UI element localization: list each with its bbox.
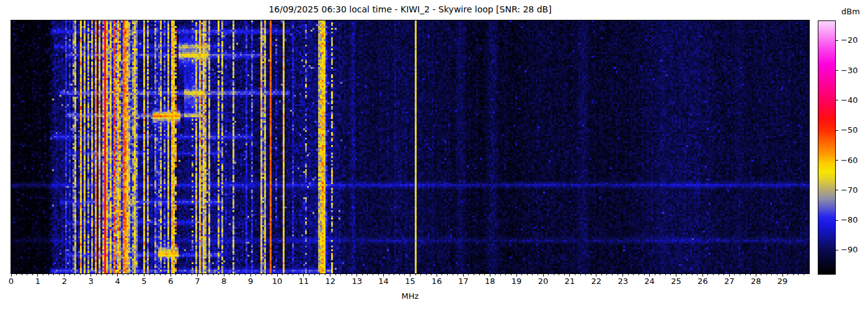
x-tick-label: 2 <box>54 277 75 286</box>
x-minor-tick-mark <box>713 274 714 275</box>
x-minor-tick-mark <box>340 274 341 275</box>
x-minor-tick-mark <box>453 274 453 275</box>
x-minor-tick-mark <box>234 274 235 275</box>
x-minor-tick-mark <box>367 274 368 275</box>
x-tick-label: 6 <box>160 277 181 286</box>
x-minor-tick-mark <box>149 274 150 275</box>
colorbar-tick-mark <box>836 160 838 161</box>
x-minor-tick-mark <box>420 274 421 275</box>
spectrogram-figure: 16/09/2025 06:30 local time - KIWI_2 - S… <box>0 0 868 310</box>
x-minor-tick-mark <box>229 274 229 275</box>
x-minor-tick-mark <box>585 274 586 275</box>
x-minor-tick-mark <box>474 274 474 275</box>
x-minor-tick-mark <box>468 274 469 275</box>
x-minor-tick-mark <box>750 274 751 275</box>
x-minor-tick-mark <box>175 274 176 275</box>
x-minor-tick-mark <box>96 274 97 275</box>
spectrogram-heatmap <box>11 20 809 273</box>
x-tick-label: 29 <box>772 277 793 286</box>
x-minor-tick-mark <box>165 274 166 275</box>
x-minor-tick-mark <box>160 274 161 275</box>
colorbar-tick-mark <box>836 100 838 100</box>
x-minor-tick-mark <box>697 274 698 275</box>
x-minor-tick-mark <box>644 274 645 275</box>
x-minor-tick-mark <box>181 274 182 275</box>
x-minor-tick-mark <box>804 274 804 275</box>
colorbar-tick-label: −90 <box>841 245 857 255</box>
x-minor-tick-mark <box>208 274 208 275</box>
x-tick-label: 24 <box>639 277 660 286</box>
x-minor-tick-mark <box>618 274 618 275</box>
x-minor-tick-mark <box>500 274 501 275</box>
colorbar-tick-label: −50 <box>841 125 857 135</box>
x-minor-tick-mark <box>74 274 75 275</box>
x-minor-tick-mark <box>580 274 581 275</box>
colorbar-tick-label: −30 <box>841 66 857 76</box>
x-minor-tick-mark <box>272 274 272 275</box>
x-tick-label: 14 <box>373 277 394 286</box>
x-tick-label: 9 <box>240 277 261 286</box>
colorbar-tick-mark <box>836 190 838 190</box>
x-minor-tick-mark <box>633 274 634 275</box>
x-minor-tick-mark <box>734 274 735 275</box>
x-tick-label: 22 <box>586 277 607 286</box>
x-minor-tick-mark <box>187 274 187 275</box>
x-minor-tick-mark <box>107 274 107 275</box>
x-minor-tick-mark <box>404 274 405 275</box>
x-minor-tick-mark <box>707 274 708 275</box>
colorbar <box>818 20 836 275</box>
x-minor-tick-mark <box>298 274 299 275</box>
x-minor-tick-mark <box>479 274 480 275</box>
x-minor-tick-mark <box>128 274 128 275</box>
x-minor-tick-mark <box>352 274 352 275</box>
x-minor-tick-mark <box>591 274 591 275</box>
x-tick-label: 3 <box>81 277 102 286</box>
x-minor-tick-mark <box>628 274 629 275</box>
x-minor-tick-mark <box>362 274 363 275</box>
x-minor-tick-mark <box>745 274 746 275</box>
x-minor-tick-mark <box>266 274 267 275</box>
x-minor-tick-mark <box>484 274 485 275</box>
x-minor-tick-mark <box>394 274 394 275</box>
x-minor-tick-mark <box>601 274 602 275</box>
x-minor-tick-mark <box>80 274 81 275</box>
x-minor-tick-mark <box>665 274 666 275</box>
x-minor-tick-mark <box>32 274 33 275</box>
colorbar-tick-mark <box>836 40 838 41</box>
plot-area <box>11 20 810 274</box>
x-tick-label: 25 <box>666 277 687 286</box>
x-minor-tick-mark <box>787 274 788 275</box>
x-minor-tick-mark <box>239 274 240 275</box>
x-minor-tick-mark <box>511 274 512 275</box>
x-minor-tick-mark <box>22 274 22 275</box>
x-minor-tick-mark <box>660 274 660 275</box>
x-minor-tick-mark <box>426 274 427 275</box>
x-tick-label: 17 <box>453 277 474 286</box>
x-minor-tick-mark <box>282 274 283 275</box>
x-axis-label: MHz <box>11 291 809 301</box>
colorbar-tick-label: −20 <box>841 35 857 45</box>
x-tick-label: 0 <box>1 277 22 286</box>
colorbar-gradient <box>818 21 835 274</box>
x-tick-label: 8 <box>213 277 234 286</box>
x-minor-tick-mark <box>771 274 772 275</box>
x-minor-tick-mark <box>415 274 416 275</box>
x-minor-tick-mark <box>43 274 43 275</box>
x-minor-tick-mark <box>53 274 54 275</box>
x-minor-tick-mark <box>325 274 326 275</box>
x-minor-tick-mark <box>202 274 203 275</box>
x-minor-tick-mark <box>69 274 70 275</box>
x-minor-tick-mark <box>389 274 389 275</box>
x-minor-tick-mark <box>612 274 613 275</box>
x-minor-tick-mark <box>798 274 799 275</box>
x-minor-tick-mark <box>27 274 27 275</box>
x-minor-tick-mark <box>293 274 293 275</box>
x-minor-tick-mark <box>441 274 442 275</box>
x-tick-label: 19 <box>506 277 527 286</box>
x-minor-tick-mark <box>431 274 432 275</box>
colorbar-unit-label: dBm <box>837 7 864 16</box>
x-minor-tick-mark <box>606 274 607 275</box>
x-minor-tick-mark <box>655 274 655 275</box>
colorbar-tick-label: −60 <box>841 156 857 166</box>
x-minor-tick-mark <box>335 274 336 275</box>
